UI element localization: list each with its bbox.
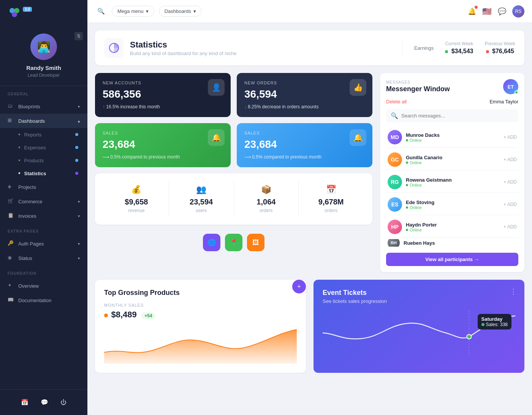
add-grossing-button[interactable]: + xyxy=(292,280,306,293)
contact-status-haydn: Online xyxy=(406,228,500,232)
dashboards-dropdown[interactable]: Dashboards ▾ xyxy=(159,6,202,17)
mega-menu-arrow: ▾ xyxy=(146,8,149,14)
event-title: Event Tickets xyxy=(323,289,515,297)
grossing-amount: $8,489 xyxy=(111,310,136,319)
contact-munroe: MD Munroe Dacks Online + ADD xyxy=(386,127,518,148)
contact-name-ede: Ede Stoving xyxy=(406,200,500,205)
sidebar-item-commerce[interactable]: 🛒 Commerce ▾ xyxy=(0,194,87,209)
auth-label: Auth Pages xyxy=(18,241,78,247)
view-all-participants-button[interactable]: View all participants → xyxy=(386,253,518,266)
expenses-dot xyxy=(75,146,78,149)
statistics-dot xyxy=(75,172,78,175)
dashboards-submenu: Reports Expenses Products Statistics xyxy=(0,128,87,180)
event-tooltip: Saturday Sales: 338 xyxy=(478,314,511,329)
sidebar-item-overview[interactable]: ✦ Overview xyxy=(0,279,87,293)
left-column: NEW ACCOUNTS 586,356 ↑ 16.5% increase th… xyxy=(95,73,372,272)
extra-pages-label: EXTRA PAGES xyxy=(0,223,87,236)
sidebar-item-auth[interactable]: 🔑 Auth Pages ▾ xyxy=(0,236,87,251)
messenger-avatar: ET xyxy=(503,79,518,94)
svg-point-2 xyxy=(12,12,17,17)
new-accounts-value: 586,356 xyxy=(103,88,223,100)
sidebar-item-projects[interactable]: ◈ Projects xyxy=(0,180,87,194)
submenu-products[interactable]: Products xyxy=(18,154,87,167)
sales-cyan-card: SALES 23,684 ⟶ 0.5% compared to previous… xyxy=(237,123,372,167)
contact-name-gunilla: Gunilla Canario xyxy=(406,155,500,160)
earnings-label: Earnings xyxy=(414,45,434,51)
tooltip-sales: Sales: 338 xyxy=(481,322,508,327)
message-button[interactable]: 💬 xyxy=(498,7,506,16)
page-content: Statistics Build any kind of dashboard f… xyxy=(87,23,532,415)
metrics-card: 💰 $9,658 revenue 👥 23,594 users 📦 1,064 … xyxy=(95,173,372,225)
submenu-reports[interactable]: Reports xyxy=(18,128,87,141)
orders2-metric: 📅 9,678M orders xyxy=(299,181,363,217)
contact-rowena: RG Rowena Geistmann Online + ADD xyxy=(386,172,518,193)
messenger-panel: MESSAGES Messenger Window ET Delete all … xyxy=(380,73,524,272)
sidebar-item-invoices[interactable]: 📋 Invoices ▾ xyxy=(0,209,87,223)
orders-icon: 📦 xyxy=(238,185,295,195)
overview-label: Overview xyxy=(18,283,80,289)
area-chart-svg xyxy=(104,326,297,364)
flag-icon: 🇺🇸 xyxy=(482,7,492,16)
submenu-products-label: Products xyxy=(24,158,44,163)
add-gunilla-button[interactable]: + ADD xyxy=(504,157,517,162)
calendar-button[interactable]: 📅 xyxy=(18,396,32,409)
submenu-expenses[interactable]: Expenses xyxy=(18,141,87,154)
new-orders-card: NEW ORDERS 36,594 ↓ 8.25% decrease in or… xyxy=(237,73,372,117)
chat-button[interactable]: 💬 xyxy=(38,396,51,409)
power-button[interactable]: ⏻ xyxy=(57,396,70,409)
tooltip-day: Saturday xyxy=(481,316,508,322)
notification-badge xyxy=(475,6,478,9)
messenger-header: MESSAGES Messenger Window ET xyxy=(386,79,518,94)
contact-name-rueben: Rueben Hays xyxy=(404,240,435,246)
current-week-amount: $34,543 xyxy=(445,48,473,55)
products-dot xyxy=(75,159,78,162)
add-munroe-button[interactable]: + ADD xyxy=(504,135,517,140)
user-name: Randy Smith xyxy=(6,65,81,71)
docs-icon: 📖 xyxy=(8,297,14,304)
mega-menu-dropdown[interactable]: Mega menu ▾ xyxy=(112,6,154,17)
page-subtitle: Build any kind of dashboard for any kind… xyxy=(130,51,396,56)
sales-green-value: 23,684 xyxy=(103,138,223,150)
orders-metric: 📦 1,064 orders xyxy=(234,181,299,217)
search-button[interactable]: 🔍 xyxy=(95,5,107,17)
sidebar-item-dashboards[interactable]: ⊞ Dashboards ▴ xyxy=(0,114,87,128)
contact-ede: ES Ede Stoving Online + ADD xyxy=(386,194,518,215)
new-orders-icon: 👍 xyxy=(350,79,366,96)
contact-info-gunilla: Gunilla Canario Online xyxy=(406,155,500,165)
sidebar: 3.0 ⇅ 👨‍💻 Randy Smith Lead Developer GEN… xyxy=(0,0,87,415)
message-search-input[interactable] xyxy=(401,113,514,119)
add-ede-button[interactable]: + ADD xyxy=(504,202,517,207)
event-chart: Saturday Sales: 338 xyxy=(323,310,515,356)
delete-all-button[interactable]: Delete all xyxy=(386,99,407,105)
users-metric: 👥 23,594 users xyxy=(169,181,234,217)
sales-cyan-icon: 🔔 xyxy=(350,129,366,146)
add-haydn-button[interactable]: + ADD xyxy=(504,224,517,230)
sidebar-item-status[interactable]: ◉ Status ▾ xyxy=(0,251,87,265)
new-orders-label: NEW ORDERS xyxy=(244,81,365,85)
sidebar-item-blueprints[interactable]: 🗂 Blueprints ▾ xyxy=(0,99,87,114)
globe-action-button[interactable]: 🌐 xyxy=(203,234,220,251)
avatar: 👨‍💻 xyxy=(30,33,57,60)
revenue-label: revenue xyxy=(108,208,165,213)
status-arrow-icon: ▾ xyxy=(78,256,80,260)
event-menu-button[interactable]: ⋮ xyxy=(510,287,517,296)
contact-info-ede: Ede Stoving Online xyxy=(406,200,500,210)
sales-green-card: SALES 23,684 ⟶ 0.5% compared to previous… xyxy=(95,123,231,167)
top-grossing-card: + Top Grossing Products MONTHLY SALES $8… xyxy=(95,280,306,373)
new-accounts-card: NEW ACCOUNTS 586,356 ↑ 16.5% increase th… xyxy=(95,73,231,117)
location-action-button[interactable]: 📍 xyxy=(225,234,242,251)
status-label: Status xyxy=(18,255,78,261)
collapse-button[interactable]: ⇅ xyxy=(74,32,83,40)
revenue-icon: 💰 xyxy=(108,185,165,195)
image-action-button[interactable]: 🖼 xyxy=(247,234,264,251)
grossing-chart xyxy=(104,326,297,364)
user-avatar-nav[interactable]: RS xyxy=(512,5,524,17)
submenu-statistics[interactable]: Statistics xyxy=(18,167,87,180)
new-accounts-change: ↑ 16.5% increase this month xyxy=(103,104,223,109)
submenu-expenses-label: Expenses xyxy=(24,145,46,150)
sidebar-item-documentation[interactable]: 📖 Documentation xyxy=(0,293,87,307)
chevron-up-icon: ▴ xyxy=(78,119,80,123)
add-rowena-button[interactable]: + ADD xyxy=(504,179,517,185)
notification-button[interactable]: 🔔 xyxy=(468,7,476,16)
contact-name-haydn: Haydn Porter xyxy=(406,222,500,228)
